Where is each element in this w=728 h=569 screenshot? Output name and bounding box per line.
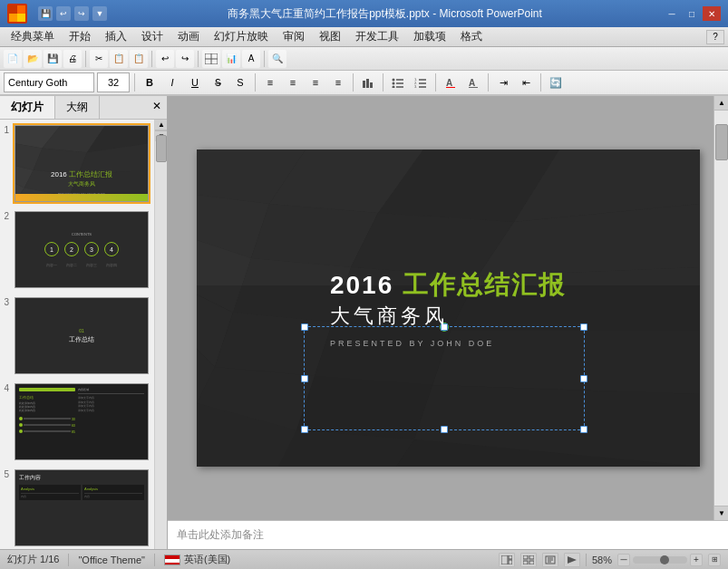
- scroll-down[interactable]: ▼: [714, 506, 728, 520]
- help-button[interactable]: ?: [706, 30, 724, 44]
- justify-button[interactable]: ≡: [328, 72, 348, 92]
- bar-chart-btn[interactable]: [358, 72, 378, 92]
- open-btn[interactable]: 📂: [24, 50, 42, 68]
- toolbar: 📄 📂 💾 🖨 ✂ 📋 📋 ↩ ↪ 📊 A 🔍: [0, 47, 728, 71]
- underline-button[interactable]: U: [185, 72, 205, 92]
- menu-review[interactable]: 审阅: [276, 27, 312, 46]
- scroll-up-arrow[interactable]: ▲: [155, 120, 167, 130]
- slide-preview-3[interactable]: 01 工作总结: [13, 295, 150, 376]
- slides-tab[interactable]: 幻灯片: [0, 96, 55, 119]
- zoom-level: 58%: [592, 555, 612, 565]
- strikethrough-button[interactable]: S̶: [208, 72, 228, 92]
- align-center-button[interactable]: ≡: [283, 72, 303, 92]
- new-btn[interactable]: 📄: [4, 50, 22, 68]
- maximize-button[interactable]: □: [683, 6, 701, 21]
- bullet-list-btn[interactable]: [388, 72, 408, 92]
- italic-button[interactable]: I: [162, 72, 182, 92]
- slide-panel-scrollbar[interactable]: ▲ ▼: [154, 120, 167, 549]
- copy-btn[interactable]: 📋: [110, 50, 128, 68]
- menu-bar: 经典菜单 开始 插入 设计 动画 幻灯片放映 审阅 视图 开发工具 加载项 格式…: [0, 27, 728, 47]
- slide-preview-5[interactable]: 工作内容 Analysis 内容 Analysis: [13, 468, 150, 548]
- table-btn[interactable]: [202, 50, 220, 68]
- format-bar: B I U S̶ S ≡ ≡ ≡ ≡ 1.2.3. A A ⇥ ⇤ 🔄: [0, 71, 728, 96]
- zoom-in-btn[interactable]: +: [690, 554, 703, 566]
- slide-thumbnail-4[interactable]: 4 工作总结 此处添加内容此处添加内容此处添加内容: [4, 381, 150, 462]
- scroll-up[interactable]: ▲: [714, 96, 728, 111]
- slide-preview-1[interactable]: 2016 工作总结汇报 大气商务风 PRESENTED BY JOHN DOE: [13, 123, 150, 204]
- language-text: 英语(美国): [184, 553, 230, 566]
- cut-btn[interactable]: ✂: [90, 50, 108, 68]
- slideshow-btn[interactable]: [564, 553, 580, 567]
- bold-button[interactable]: B: [140, 72, 160, 92]
- svg-rect-9: [370, 82, 373, 88]
- undo-quick-btn[interactable]: ↩: [56, 6, 71, 21]
- zoom-out-btn[interactable]: ─: [617, 554, 630, 566]
- font-name-input[interactable]: [4, 72, 94, 92]
- normal-view-btn[interactable]: [499, 553, 515, 567]
- font-color-up-btn[interactable]: A: [463, 72, 483, 92]
- notes-area[interactable]: 单击此处添加备注: [168, 520, 728, 549]
- slide-presenter: PRESENTED BY JOHN DOE: [330, 339, 566, 348]
- save-quick-btn[interactable]: 💾: [38, 6, 53, 21]
- font-size-input[interactable]: [97, 72, 130, 92]
- menu-home[interactable]: 开始: [62, 27, 98, 46]
- scroll-thumb[interactable]: [156, 135, 167, 162]
- font-color-btn[interactable]: A: [441, 72, 461, 92]
- slide-content: 2016 工作总结汇报 大气商务风 PRESENTED BY JOHN DOE: [197, 149, 700, 467]
- menu-insert[interactable]: 插入: [98, 27, 134, 46]
- chart-btn[interactable]: 📊: [222, 50, 240, 68]
- svg-rect-3: [17, 14, 25, 22]
- panel-close-button[interactable]: ✕: [147, 96, 167, 119]
- slide-thumbnail-3[interactable]: 3 01 工作总结: [4, 295, 150, 376]
- slide-preview-4[interactable]: 工作总结 此处添加内容此处添加内容此处添加内容 30: [13, 381, 150, 462]
- status-sep-2: [154, 554, 155, 566]
- redo-btn[interactable]: ↪: [176, 50, 194, 68]
- increase-indent-btn[interactable]: ⇥: [493, 72, 513, 92]
- text-btn[interactable]: A: [242, 50, 260, 68]
- menu-format[interactable]: 格式: [453, 27, 490, 46]
- shadow-button[interactable]: S: [230, 72, 250, 92]
- slide-thumbnail-2[interactable]: 2 CONTENTS 1 2 3 4: [4, 209, 150, 290]
- dropdown-quick-btn[interactable]: ▼: [92, 6, 107, 21]
- zoom-slider[interactable]: [633, 556, 687, 564]
- outline-tab[interactable]: 大纲: [55, 96, 100, 119]
- menu-classic[interactable]: 经典菜单: [4, 27, 62, 46]
- paste-btn[interactable]: 📋: [130, 50, 148, 68]
- minimize-button[interactable]: ─: [663, 6, 681, 21]
- scroll-thumb-v[interactable]: [715, 124, 728, 160]
- align-right-button[interactable]: ≡: [306, 72, 325, 92]
- zoom-thumb: [660, 555, 669, 564]
- slide-number-2: 2: [4, 209, 9, 290]
- svg-rect-65: [509, 560, 512, 564]
- slide-sorter-btn[interactable]: [520, 553, 537, 567]
- fit-window-btn[interactable]: ⊞: [708, 554, 721, 566]
- main-area: 幻灯片 大纲 ✕ 1: [0, 96, 728, 549]
- slide-workspace: 2016 工作总结汇报 大气商务风 PRESENTED BY JOHN DOE: [168, 96, 728, 520]
- menu-view[interactable]: 视图: [312, 27, 348, 46]
- slide-thumbnail-1[interactable]: 1: [4, 123, 150, 204]
- decrease-indent-btn[interactable]: ⇤: [516, 72, 536, 92]
- window-title: 商务黑大气庄重简约工作报告ppt模板.pptx - Microsoft Powe…: [107, 6, 663, 22]
- menu-design[interactable]: 设计: [134, 27, 170, 46]
- print-btn[interactable]: 🖨: [63, 50, 82, 68]
- save-btn[interactable]: 💾: [44, 50, 62, 68]
- redo-quick-btn[interactable]: ↪: [74, 6, 89, 21]
- slide-number-5: 5: [4, 468, 9, 548]
- replace-btn[interactable]: 🔄: [546, 72, 566, 92]
- slide-preview-2[interactable]: CONTENTS 1 2 3 4 内容一 内容二: [13, 209, 150, 290]
- title-highlight: 工作总结汇报: [403, 271, 566, 299]
- align-left-button[interactable]: ≡: [260, 72, 280, 92]
- slide-thumbnail-5[interactable]: 5 工作内容 Analysis 内容: [4, 468, 150, 548]
- workspace-scrollbar: ▲ ▼: [713, 96, 728, 520]
- undo-btn[interactable]: ↩: [156, 50, 174, 68]
- close-button[interactable]: ✕: [703, 6, 721, 21]
- menu-addins[interactable]: 加载项: [406, 27, 453, 46]
- reading-view-btn[interactable]: [542, 553, 558, 567]
- scroll-track-v: [714, 111, 728, 506]
- menu-animation[interactable]: 动画: [170, 27, 207, 46]
- svg-rect-67: [529, 555, 534, 559]
- menu-developer[interactable]: 开发工具: [348, 27, 406, 46]
- menu-slideshow[interactable]: 幻灯片放映: [207, 27, 276, 46]
- num-list-btn[interactable]: 1.2.3.: [411, 72, 431, 92]
- search-btn[interactable]: 🔍: [268, 50, 286, 68]
